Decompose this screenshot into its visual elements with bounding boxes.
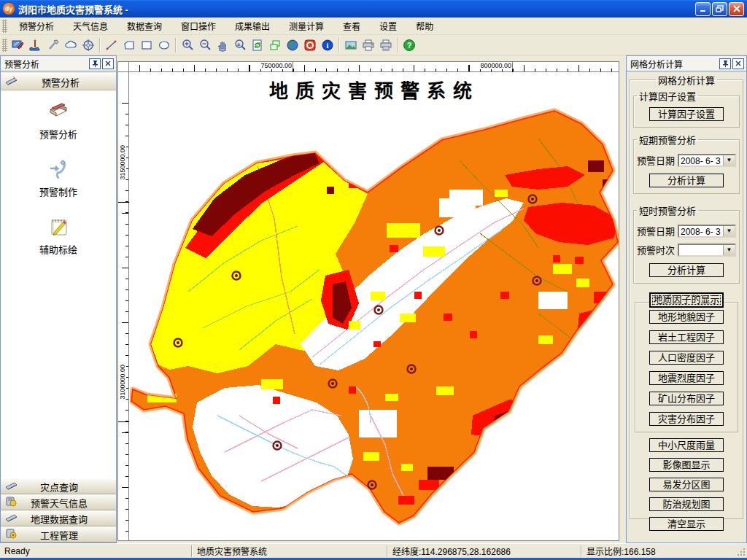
pan-hand-icon[interactable] [214, 36, 231, 54]
close-icon[interactable] [102, 58, 114, 69]
menu-help[interactable]: 帮助 [406, 17, 443, 35]
right-panel-body: 网格分析计算 计算因子设置 计算因子设置 短期预警分析 预警日期 2008- 6… [627, 71, 746, 542]
copy-view-icon[interactable] [266, 36, 284, 54]
tools-hammer-icon[interactable] [44, 36, 62, 54]
ruler-tick [512, 62, 513, 72]
menu-view[interactable]: 查看 [333, 17, 370, 35]
menu-weather-info[interactable]: 天气信息 [63, 17, 117, 35]
help-icon[interactable]: ? [400, 36, 418, 54]
bar-disaster-point-query[interactable]: 灾点查询 [1, 478, 116, 494]
grid-analysis-group-title: 网格分析计算 [656, 73, 717, 87]
draw-rectangle-icon[interactable] [138, 36, 155, 54]
ruler-x-label: 800000.00 [479, 62, 512, 69]
refresh-icon[interactable] [249, 36, 266, 54]
item-warning-analysis[interactable]: 预警分析 [1, 99, 116, 141]
toolbar-separator [338, 38, 340, 52]
menu-data-query[interactable]: 数据查询 [117, 17, 171, 35]
right-panel-titlebar[interactable]: 网格分析计算 [627, 56, 746, 71]
close-button[interactable] [729, 2, 744, 16]
mine-factor-button[interactable]: 矿山分布因子 [649, 392, 724, 405]
item-aux-annotate[interactable]: 辅助标绘 [1, 214, 116, 256]
close-icon[interactable] [732, 58, 744, 69]
geo-factor-display-button[interactable]: 地质因子的显示 [649, 292, 724, 308]
toolbar-separator [99, 38, 101, 52]
ruler-y-label: 3150000.00 [119, 145, 126, 180]
zoom-extent-icon[interactable]: ± [231, 36, 249, 54]
left-panel: 预警分析 预警分析 预警分析 预警制作 辅助标绘 灾点查询 [0, 55, 117, 543]
status-system-name: 地质灾害预警系统 [193, 545, 387, 557]
susceptibility-map-button[interactable]: 易发分区图 [649, 478, 724, 491]
print-icon[interactable] [360, 36, 377, 54]
minimize-button[interactable] [695, 2, 711, 16]
map-canvas[interactable]: 地质灾害预警系统 [130, 73, 619, 540]
menu-window-ops[interactable]: 窗口操作 [171, 17, 225, 35]
toolbar: ± i ? [0, 35, 747, 55]
print-setup-icon[interactable] [377, 36, 395, 54]
resize-grip[interactable] [735, 546, 746, 556]
chevron-down-icon[interactable]: ▼ [723, 245, 735, 255]
rainfall-button[interactable]: 中小尺度雨量 [649, 438, 724, 452]
short-time-date-combobox[interactable]: 2008- 6- 3 ▼ [678, 225, 736, 238]
short-time-session-combobox[interactable]: ▼ [678, 244, 736, 257]
short-time-date-value: 2008- 6- 3 [679, 226, 723, 236]
factor-setting-button[interactable]: 计算因子设置 [649, 107, 724, 121]
vertical-ruler: 3150000.00 3100000.00 [118, 72, 129, 540]
restore-button[interactable] [712, 2, 727, 16]
geotech-factor-button[interactable]: 岩土工程因子 [649, 330, 724, 344]
population-factor-button[interactable]: 人口密度因子 [649, 351, 724, 365]
pin-icon[interactable] [719, 58, 731, 69]
chevron-down-icon[interactable]: ▼ [723, 226, 735, 236]
globe-icon[interactable] [284, 36, 301, 54]
item-label: 辅助标绘 [39, 242, 77, 256]
prevention-plan-button[interactable]: 防治规划图 [649, 497, 724, 511]
short-term-date-combobox[interactable]: 2008- 6- 3 ▼ [678, 154, 736, 167]
menu-warning-analysis[interactable]: 预警分析 [9, 17, 63, 35]
warning-make-icon [46, 157, 71, 182]
seismic-factor-button[interactable]: 地震烈度因子 [649, 371, 724, 385]
left-panel-header[interactable]: 预警分析 [1, 73, 116, 90]
short-time-analyze-button[interactable]: 分析计算 [649, 263, 724, 277]
main-area: 预警分析 预警分析 预警分析 预警制作 辅助标绘 灾点查询 [0, 55, 747, 543]
chevron-down-icon[interactable]: ▼ [723, 155, 735, 166]
locate-target-icon[interactable] [80, 36, 97, 54]
pin-icon[interactable] [89, 58, 101, 69]
image-display-button[interactable]: 影像图显示 [649, 458, 724, 472]
menu-measure-calc[interactable]: 测量计算 [279, 17, 333, 35]
short-term-analyze-button[interactable]: 分析计算 [649, 174, 724, 187]
image-view-icon[interactable] [342, 36, 360, 54]
bar-project-management[interactable]: 工程管理 [1, 526, 116, 542]
short-term-group: 短期预警分析 预警日期 2008- 6- 3 ▼ 分析计算 [633, 133, 740, 194]
item-warning-make[interactable]: 预警制作 [1, 157, 116, 198]
draw-line-icon[interactable] [103, 36, 120, 54]
short-term-label: 短期预警分析 [637, 133, 698, 147]
zoom-in-icon[interactable] [179, 36, 196, 54]
terrain-factor-button[interactable]: 地形地貌因子 [649, 310, 724, 324]
window-titlebar[interactable]: dy 浏阳市地质灾害预警系统 - [0, 0, 747, 18]
left-panel-list: 预警分析 预警制作 辅助标绘 [1, 90, 116, 478]
toolbar-grip[interactable] [2, 39, 7, 52]
scanner-icon [5, 513, 18, 525]
info-icon[interactable]: i [319, 36, 336, 54]
map-frame: 750000.00 800000.00 3150000.00 3100000.0… [117, 61, 619, 541]
clear-display-button[interactable]: 清空显示 [649, 517, 724, 531]
draw-polygon-icon[interactable] [120, 36, 138, 54]
zoom-out-icon[interactable] [196, 36, 214, 54]
warning-analysis-icon[interactable] [9, 36, 27, 54]
menu-settings[interactable]: 设置 [370, 17, 406, 35]
left-panel-titlebar[interactable]: 预警分析 [1, 56, 116, 71]
cloud-icon[interactable] [62, 36, 80, 54]
bar-label: 地理数据查询 [18, 512, 100, 526]
warning-make-icon[interactable] [27, 36, 44, 54]
short-time-session-label: 预警时次 [637, 243, 678, 257]
disaster-factor-button[interactable]: 灾害分布因子 [649, 412, 724, 426]
warning-map [130, 73, 619, 532]
bar-warning-weather-info[interactable]: 预警天气信息 [1, 494, 116, 510]
short-term-date-value: 2008- 6- 3 [679, 155, 723, 166]
draw-ellipse-icon[interactable] [155, 36, 173, 54]
menubar-grip[interactable] [2, 20, 7, 33]
toolbar-separator [175, 38, 177, 52]
menu-result-output[interactable]: 成果输出 [225, 17, 279, 35]
ruler-tick [293, 62, 293, 72]
stop-icon[interactable] [301, 36, 319, 54]
bar-geo-data-query[interactable]: 地理数据查询 [1, 510, 116, 526]
